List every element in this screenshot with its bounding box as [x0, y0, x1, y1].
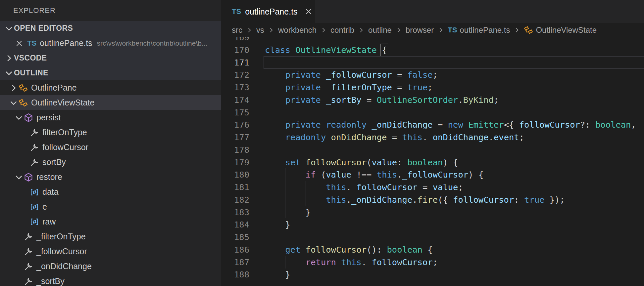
- variable-symbol-icon: [30, 217, 39, 226]
- code-line[interactable]: 185: [221, 231, 265, 243]
- outline-item-outlineviewstate[interactable]: OutlineViewState: [0, 95, 221, 110]
- chevron-down-icon: [4, 23, 14, 33]
- code-line[interactable]: 175: [221, 106, 265, 119]
- code-line[interactable]: 188 }: [221, 268, 290, 281]
- chevron-down-icon: [4, 68, 14, 78]
- property-symbol-icon: [24, 262, 33, 271]
- code-line[interactable]: 184 }: [221, 218, 290, 231]
- sidebar-title: EXPLORER: [0, 0, 221, 21]
- code-line[interactable]: 183 }: [221, 206, 311, 219]
- tab-outlinepane[interactable]: TS outlinePane.ts: [221, 0, 315, 23]
- code-line[interactable]: 187 return this._followCursor;: [221, 256, 438, 268]
- line-number: 178: [221, 143, 249, 156]
- outline-item-sortby[interactable]: sortBy: [0, 155, 221, 170]
- code-line[interactable]: 182 this._onDidChange.fire({ followCurso…: [221, 193, 565, 206]
- class-symbol-icon: [524, 25, 533, 35]
- line-number: 174: [221, 94, 249, 106]
- open-editor-filename: outlinePane.ts: [40, 38, 92, 48]
- code-line[interactable]: 181 this._followCursor = value;: [221, 181, 463, 193]
- code-line[interactable]: 177 readonly onDidChange = this._onDidCh…: [221, 131, 524, 143]
- current-line-highlight: [264, 56, 644, 69]
- tab-label: outlinePane.ts: [245, 7, 297, 17]
- explorer-sidebar: EXPLORER OPEN EDITORS TS outlinePane.ts …: [0, 0, 221, 286]
- chevron-right-icon: [395, 26, 402, 34]
- code-line[interactable]: 173 private _filterOnType = true;: [221, 81, 433, 94]
- outline-item-e[interactable]: e: [0, 199, 221, 214]
- property-symbol-icon: [24, 232, 33, 241]
- class-symbol-icon: [19, 83, 28, 93]
- code-area[interactable]: 169 170class OutlineViewState { 171 172 …: [221, 0, 644, 286]
- section-open-editors[interactable]: OPEN EDITORS: [0, 21, 221, 36]
- chevron-right-icon: [4, 53, 14, 63]
- chevron-right-icon: [246, 26, 253, 34]
- code-line[interactable]: 178: [221, 143, 265, 156]
- line-number: 171: [221, 56, 249, 69]
- code-line[interactable]: 172 private _followCursor = false;: [221, 68, 438, 81]
- breadcrumb-item-browser[interactable]: browser: [406, 25, 434, 35]
- tree-indent-guide: [10, 110, 10, 286]
- property-symbol-icon: [30, 158, 39, 167]
- outline-item-raw[interactable]: raw: [0, 214, 221, 229]
- code-line-current[interactable]: 171: [221, 56, 265, 69]
- open-editor-path: src\vs\workbench\contrib\outline\b...: [97, 39, 208, 47]
- property-symbol-icon: [24, 247, 33, 256]
- chevron-right-icon: [358, 26, 365, 34]
- chevron-right-icon: [9, 83, 19, 93]
- outline-item-ondidchange-private[interactable]: _onDidChange: [0, 259, 221, 274]
- line-number: 176: [221, 118, 249, 131]
- typescript-file-icon: TS: [232, 7, 241, 16]
- vscode-window: 169 170class OutlineViewState { 171 172 …: [0, 0, 644, 286]
- line-number: 188: [221, 268, 249, 281]
- class-symbol-icon: [19, 98, 28, 107]
- chevron-right-icon: [320, 26, 327, 34]
- tab-bar: TS outlinePane.ts: [221, 0, 644, 23]
- line-number: 175: [221, 106, 249, 119]
- line-number: 180: [221, 168, 249, 181]
- typescript-file-icon: TS: [27, 39, 36, 48]
- line-number: 181: [221, 181, 249, 193]
- code-line[interactable]: 179 set followCursor(value: boolean) {: [221, 156, 458, 169]
- code-line[interactable]: 170class OutlineViewState {: [221, 44, 387, 56]
- chevron-down-icon: [14, 113, 24, 123]
- line-number: 177: [221, 131, 249, 143]
- chevron-down-icon: [9, 98, 19, 108]
- line-number: 172: [221, 68, 249, 81]
- outline-item-persist[interactable]: persist: [0, 110, 221, 125]
- breadcrumb-item-file[interactable]: outlinePane.ts: [460, 25, 510, 35]
- breadcrumb-item-workbench[interactable]: workbench: [278, 25, 317, 35]
- line-number: 183: [221, 206, 249, 219]
- method-symbol-icon: [24, 113, 33, 122]
- chevron-right-icon: [513, 26, 520, 34]
- open-editor-item[interactable]: TS outlinePane.ts src\vs\workbench\contr…: [0, 36, 221, 51]
- line-number: 182: [221, 193, 249, 206]
- line-number: 170: [221, 44, 249, 56]
- line-number: 185: [221, 231, 249, 243]
- outline-item-data[interactable]: data: [0, 184, 221, 199]
- breadcrumb-item-contrib[interactable]: contrib: [330, 25, 354, 35]
- code-line[interactable]: 180 if (value !== this._followCursor) {: [221, 168, 483, 181]
- outline-item-filterontype-private[interactable]: _filterOnType: [0, 229, 221, 244]
- outline-item-outlinepane[interactable]: OutlinePane: [0, 80, 221, 95]
- breadcrumb-item-vs[interactable]: vs: [256, 25, 264, 35]
- property-symbol-icon: [24, 277, 33, 286]
- code-line[interactable]: 174 private _sortBy = OutlineSortOrder.B…: [221, 94, 499, 106]
- outline-item-filterontype[interactable]: filterOnType: [0, 125, 221, 140]
- close-icon[interactable]: [304, 7, 313, 16]
- variable-symbol-icon: [30, 202, 39, 212]
- line-number: 186: [221, 243, 249, 256]
- outline-item-restore[interactable]: restore: [0, 170, 221, 184]
- chevron-down-icon: [14, 172, 24, 182]
- breadcrumb-item-symbol[interactable]: OutlineViewState: [536, 25, 597, 35]
- section-vscode[interactable]: VSCODE: [0, 51, 221, 65]
- code-line[interactable]: 186 get followCursor(): boolean {: [221, 243, 433, 256]
- close-icon[interactable]: [15, 39, 24, 48]
- property-symbol-icon: [30, 128, 39, 137]
- outline-item-sortby-private[interactable]: _sortBy: [0, 274, 221, 286]
- outline-item-followcursor-private[interactable]: _followCursor: [0, 244, 221, 259]
- breadcrumb-item-src[interactable]: src: [232, 25, 242, 35]
- code-line[interactable]: 176 private readonly _onDidChange = new …: [221, 118, 641, 131]
- outline-item-followcursor[interactable]: followCursor: [0, 140, 221, 155]
- breadcrumb-item-outline[interactable]: outline: [368, 25, 392, 35]
- section-outline[interactable]: OUTLINE: [0, 65, 221, 80]
- line-number: 179: [221, 156, 249, 169]
